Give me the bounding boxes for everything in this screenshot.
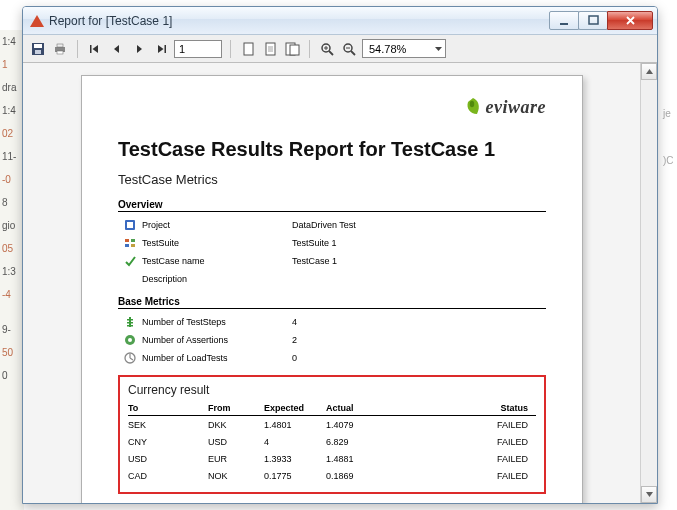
col-expected: Expected: [264, 403, 326, 413]
col-from: From: [208, 403, 264, 413]
scroll-up-button[interactable]: [641, 63, 657, 80]
overview-row: TestSuiteTestSuite 1: [118, 234, 546, 252]
app-icon: [29, 13, 45, 29]
svg-rect-1: [560, 23, 568, 25]
titlebar-text: Report for [TestCase 1]: [49, 14, 550, 28]
table-row: SEKDKK1.48011.4079FAILED: [128, 416, 536, 433]
overview-label: Project: [142, 220, 292, 230]
svg-rect-31: [131, 239, 135, 242]
overview-label: Description: [142, 274, 292, 284]
metric-row: Number of TestSteps4: [118, 313, 546, 331]
svg-line-20: [329, 51, 333, 55]
zoom-in-button[interactable]: [318, 40, 336, 58]
overview-value: TestSuite 1: [292, 238, 337, 248]
svg-rect-2: [589, 16, 598, 24]
svg-marker-0: [30, 15, 44, 27]
overview-value: TestCase 1: [292, 256, 337, 266]
loadtest-icon: [124, 352, 136, 364]
col-status: Status: [466, 403, 536, 413]
window: Report for [TestCase 1] 54.78% eviware: [22, 6, 658, 504]
basemetrics-heading: Base Metrics: [118, 296, 546, 309]
currency-result-box: Currency result To From Expected Actual …: [118, 375, 546, 494]
actual-size-button[interactable]: [239, 40, 257, 58]
svg-marker-41: [646, 69, 653, 74]
table-row: CNYUSD46.829FAILED: [128, 433, 536, 450]
svg-rect-36: [127, 322, 133, 324]
chevron-down-icon: [434, 44, 443, 53]
metric-label: Number of TestSteps: [142, 317, 292, 327]
svg-rect-8: [57, 51, 63, 54]
svg-rect-33: [131, 244, 135, 247]
overview-row: Description: [118, 270, 546, 288]
metric-value: 0: [292, 353, 297, 363]
project-icon: [124, 219, 136, 231]
steps-icon: [124, 316, 136, 328]
currency-heading: Currency result: [128, 383, 536, 397]
svg-rect-37: [127, 325, 133, 327]
svg-rect-14: [165, 45, 167, 53]
metric-label: Number of LoadTests: [142, 353, 292, 363]
report-viewport: eviware TestCase Results Report for Test…: [23, 63, 657, 503]
svg-line-24: [351, 51, 355, 55]
overview-value: DataDriven Test: [292, 220, 356, 230]
currency-header-row: To From Expected Actual Status: [128, 403, 536, 416]
testsuite-icon: [124, 237, 136, 249]
svg-rect-32: [125, 244, 129, 247]
svg-marker-42: [646, 492, 653, 497]
scroll-down-button[interactable]: [641, 486, 657, 503]
brand-text: eviware: [486, 97, 546, 118]
maximize-button[interactable]: [578, 11, 608, 30]
svg-marker-12: [137, 45, 142, 53]
svg-rect-7: [57, 44, 63, 47]
zoom-out-button[interactable]: [340, 40, 358, 58]
zoom-select[interactable]: 54.78%: [362, 39, 446, 58]
last-page-button[interactable]: [152, 40, 170, 58]
report-title: TestCase Results Report for TestCase 1: [118, 138, 546, 162]
svg-marker-13: [158, 45, 164, 53]
brand-logo: eviware: [462, 96, 546, 118]
minimize-button[interactable]: [549, 11, 579, 30]
svg-marker-10: [93, 45, 99, 53]
svg-rect-9: [90, 45, 92, 53]
titlebar: Report for [TestCase 1]: [23, 7, 657, 35]
report-page: eviware TestCase Results Report for Test…: [81, 75, 583, 503]
toolbar-separator: [77, 40, 78, 58]
svg-point-39: [128, 338, 132, 342]
metric-value: 2: [292, 335, 297, 345]
overview-label: TestCase name: [142, 256, 292, 266]
toolbar: 54.78%: [23, 35, 657, 63]
prev-page-button[interactable]: [108, 40, 126, 58]
page-number-input[interactable]: [174, 40, 222, 58]
svg-rect-30: [125, 239, 129, 242]
print-button[interactable]: [51, 40, 69, 58]
svg-rect-35: [127, 319, 133, 321]
col-actual: Actual: [326, 403, 466, 413]
overview-row: TestCase nameTestCase 1: [118, 252, 546, 270]
zoom-value: 54.78%: [369, 43, 406, 55]
spacer-icon: [124, 273, 136, 285]
metric-row: Number of Assertions2: [118, 331, 546, 349]
overview-heading: Overview: [118, 199, 546, 212]
metric-value: 4: [292, 317, 297, 327]
window-buttons: [550, 11, 653, 30]
table-row: CADNOK0.17750.1869FAILED: [128, 467, 536, 484]
report-subtitle: TestCase Metrics: [118, 172, 546, 187]
fit-page-button[interactable]: [261, 40, 279, 58]
metric-label: Number of Assertions: [142, 335, 292, 345]
next-page-button[interactable]: [130, 40, 148, 58]
save-button[interactable]: [29, 40, 47, 58]
fit-width-button[interactable]: [283, 40, 301, 58]
svg-rect-15: [244, 43, 253, 55]
testcase-icon: [124, 255, 136, 267]
vertical-scrollbar[interactable]: [640, 63, 657, 503]
overview-label: TestSuite: [142, 238, 292, 248]
svg-rect-5: [35, 50, 41, 54]
close-button[interactable]: [607, 11, 653, 30]
first-page-button[interactable]: [86, 40, 104, 58]
toolbar-separator: [309, 40, 310, 58]
metric-row: Number of LoadTests0: [118, 349, 546, 367]
svg-rect-29: [127, 222, 133, 228]
svg-rect-18: [290, 45, 299, 55]
overview-row: ProjectDataDriven Test: [118, 216, 546, 234]
bg-left-gutter: 1:41dra1:40211--08gio051:3-49-500: [0, 30, 24, 510]
